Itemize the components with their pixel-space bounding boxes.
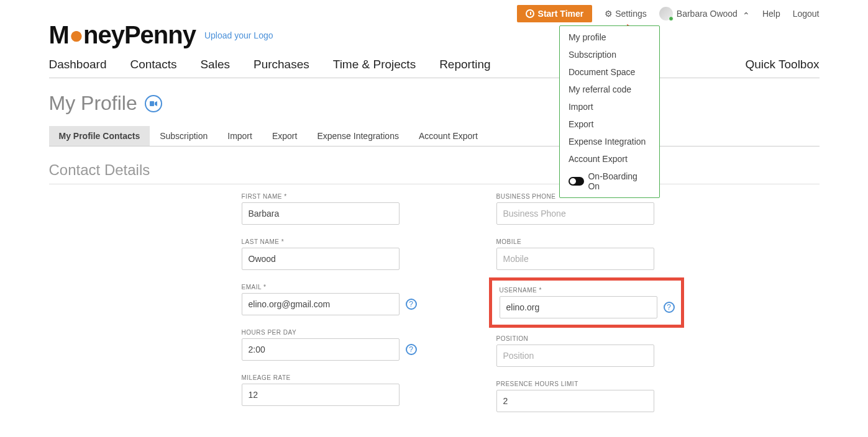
tabs: My Profile Contacts Subscription Import …: [49, 126, 820, 146]
field-username: USERNAME * ?: [500, 287, 674, 318]
upload-logo-link[interactable]: Upload your Logo: [204, 30, 273, 40]
settings-link[interactable]: Settings: [605, 9, 647, 19]
logo-prefix: M: [49, 21, 69, 48]
tab-subscription[interactable]: Subscription: [150, 126, 217, 146]
label-last-name: LAST NAME *: [242, 238, 422, 245]
tab-import[interactable]: Import: [217, 126, 262, 146]
menu-import[interactable]: Import: [560, 98, 659, 115]
nav-quick-toolbox[interactable]: Quick Toolbox: [746, 58, 820, 71]
field-presence-limit: PRESENCE HOURS LIMIT: [496, 381, 677, 412]
nav-reporting[interactable]: Reporting: [439, 58, 490, 71]
logo-suffix: neyPenny: [83, 21, 196, 48]
menu-referral-code[interactable]: My referral code: [560, 81, 659, 98]
label-presence-limit: PRESENCE HOURS LIMIT: [496, 381, 677, 387]
nav-dashboard[interactable]: Dashboard: [49, 58, 107, 71]
field-email: EMAIL * ?: [242, 284, 422, 315]
chevron-up-icon: [741, 9, 750, 19]
help-icon-email[interactable]: ?: [406, 299, 417, 310]
input-mileage-rate[interactable]: [242, 384, 400, 406]
nav-contacts[interactable]: Contacts: [130, 58, 176, 71]
label-email: EMAIL *: [242, 284, 422, 291]
label-mileage-rate: MILEAGE RATE: [242, 374, 422, 381]
tab-expense-integrations[interactable]: Expense Integrations: [307, 126, 409, 146]
form-col-right: BUSINESS PHONE MOBILE USERNAME * ? POSIT…: [496, 193, 677, 437]
input-username[interactable]: [500, 296, 657, 318]
form-col-left: FIRST NAME * LAST NAME * EMAIL * ? HOURS…: [242, 193, 422, 437]
avatar: [659, 7, 673, 20]
gear-icon: [605, 9, 613, 19]
input-mobile[interactable]: [496, 248, 654, 270]
input-position[interactable]: [496, 345, 654, 367]
form-columns: FIRST NAME * LAST NAME * EMAIL * ? HOURS…: [49, 193, 820, 437]
label-mobile: MOBILE: [496, 238, 677, 245]
menu-my-profile[interactable]: My profile: [560, 29, 659, 46]
video-help-icon[interactable]: [145, 95, 162, 112]
onboarding-label: On-Boarding On: [588, 171, 650, 191]
settings-label: Settings: [615, 9, 647, 19]
help-icon-username[interactable]: ?: [664, 302, 675, 313]
field-last-name: LAST NAME *: [242, 238, 422, 270]
label-position: POSITION: [496, 335, 677, 342]
page-title-row: My Profile: [49, 92, 820, 115]
field-mileage-rate: MILEAGE RATE: [242, 374, 422, 406]
label-hours-per-day: HOURS PER DAY: [242, 329, 422, 336]
logo-dot-icon: ●: [69, 21, 83, 48]
main-nav: Dashboard Contacts Sales Purchases Time …: [49, 58, 820, 78]
tab-my-profile-contacts[interactable]: My Profile Contacts: [49, 126, 150, 146]
menu-export[interactable]: Export: [560, 115, 659, 133]
user-dropdown: My profile Subscription Document Space M…: [559, 25, 660, 198]
input-presence-limit[interactable]: [496, 390, 654, 412]
help-link[interactable]: Help: [762, 9, 780, 19]
input-email[interactable]: [242, 293, 400, 315]
logo: M●neyPenny: [49, 21, 196, 49]
tab-account-export[interactable]: Account Export: [409, 126, 488, 146]
field-first-name: FIRST NAME *: [242, 193, 422, 225]
highlight-username: USERNAME * ?: [489, 277, 684, 328]
input-last-name[interactable]: [242, 248, 400, 270]
logout-link[interactable]: Logout: [793, 9, 820, 19]
nav-time-projects[interactable]: Time & Projects: [333, 58, 416, 71]
help-icon-hours[interactable]: ?: [406, 344, 417, 355]
toggle-icon: [569, 177, 585, 186]
input-hours-per-day[interactable]: [242, 338, 400, 361]
start-timer-label: Start Timer: [538, 9, 584, 19]
input-first-name[interactable]: [242, 202, 400, 225]
menu-onboarding-toggle[interactable]: On-Boarding On: [560, 168, 659, 195]
start-timer-button[interactable]: Start Timer: [517, 5, 593, 22]
svg-rect-2: [150, 101, 154, 106]
user-name: Barbara Owood: [677, 9, 738, 19]
nav-purchases[interactable]: Purchases: [254, 58, 309, 71]
field-hours-per-day: HOURS PER DAY ?: [242, 329, 422, 361]
label-username: USERNAME *: [500, 287, 674, 294]
menu-expense-integration[interactable]: Expense Integration: [560, 133, 659, 150]
tab-export[interactable]: Export: [262, 126, 307, 146]
nav-sales[interactable]: Sales: [200, 58, 230, 71]
logo-row: M●neyPenny Upload your Logo: [49, 21, 820, 49]
section-contact-details: Contact Details: [49, 161, 820, 184]
field-position: POSITION: [496, 335, 677, 367]
user-menu-trigger[interactable]: Barbara Owood My profile Subscription Do…: [659, 7, 750, 20]
field-mobile: MOBILE: [496, 238, 677, 270]
menu-subscription[interactable]: Subscription: [560, 46, 659, 63]
label-first-name: FIRST NAME *: [242, 193, 422, 200]
svg-marker-3: [155, 101, 157, 106]
timer-icon: [526, 9, 534, 18]
menu-account-export[interactable]: Account Export: [560, 150, 659, 168]
input-business-phone[interactable]: [496, 202, 654, 225]
page-title: My Profile: [49, 92, 137, 115]
menu-document-space[interactable]: Document Space: [560, 63, 659, 81]
